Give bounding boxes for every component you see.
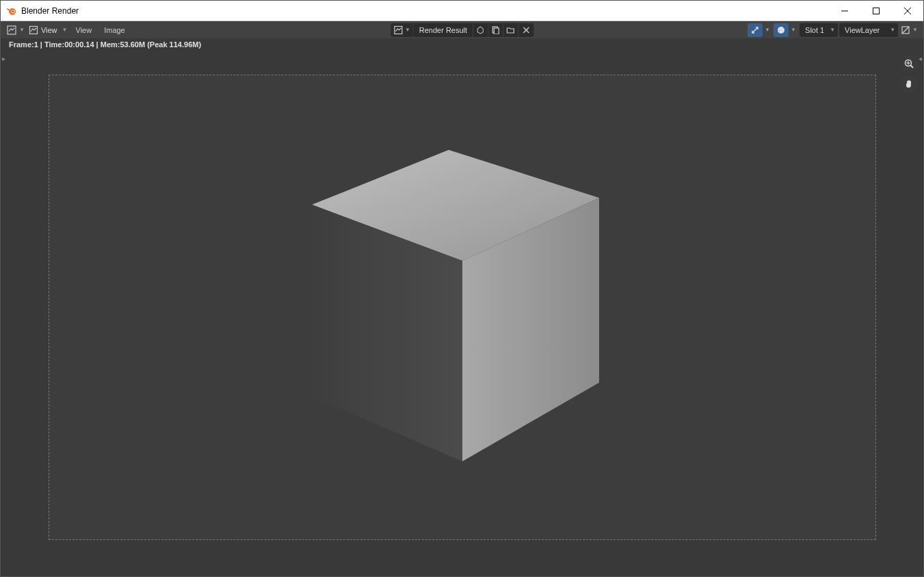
slot-label: Slot 1 xyxy=(805,26,824,34)
rendered-cube-image xyxy=(312,150,613,465)
display-channels-dropdown[interactable]: ▼ xyxy=(774,23,798,37)
svg-line-13 xyxy=(523,27,529,33)
header-left: ▼ View ▼ View Image xyxy=(1,21,131,38)
svg-point-0 xyxy=(9,8,16,15)
zoom-gizmo[interactable] xyxy=(900,55,918,73)
render-status-text: Frame:1 | Time:00:00.14 | Mem:53.60M (Pe… xyxy=(9,40,201,49)
svg-rect-9 xyxy=(394,26,401,34)
image-name-label: Render Result xyxy=(419,26,467,34)
image-editor-header: ▼ View ▼ View Image ▼ Render Resul xyxy=(1,21,923,38)
view2-label: View xyxy=(76,26,92,34)
svg-rect-15 xyxy=(902,27,909,34)
header-center: ▼ Render Result xyxy=(391,21,533,38)
titlebar-left: Blender Render xyxy=(6,5,79,16)
maximize-button[interactable] xyxy=(860,1,892,21)
image-label: Image xyxy=(104,26,125,34)
chevron-down-icon: ▼ xyxy=(830,27,835,33)
view-menu[interactable]: View ▼ xyxy=(27,23,69,37)
layer-label: ViewLayer xyxy=(845,26,880,34)
pivot-dropdown[interactable]: ▼ xyxy=(748,23,772,37)
render-status-bar: Frame:1 | Time:00:00.14 | Mem:53.60M (Pe… xyxy=(1,38,923,51)
chevron-down-icon: ▼ xyxy=(890,27,895,33)
svg-marker-23 xyxy=(312,205,462,461)
chevron-down-icon: ▼ xyxy=(789,23,798,37)
svg-line-16 xyxy=(902,27,909,34)
svg-line-18 xyxy=(911,66,914,68)
viewport-gizmos xyxy=(900,55,918,93)
image-selector-group: ▼ Render Result xyxy=(391,23,533,37)
image-name-field[interactable]: Render Result xyxy=(414,23,473,37)
svg-point-2 xyxy=(12,10,14,12)
svg-rect-11 xyxy=(494,28,499,34)
svg-line-5 xyxy=(904,8,911,14)
svg-line-12 xyxy=(523,27,529,33)
svg-rect-8 xyxy=(29,26,37,34)
render-output-frame xyxy=(49,75,876,540)
chevron-down-icon: ▼ xyxy=(19,27,25,33)
new-image-button[interactable] xyxy=(488,23,503,37)
svg-rect-7 xyxy=(8,26,16,34)
svg-point-14 xyxy=(778,27,784,34)
close-button[interactable] xyxy=(892,1,923,21)
svg-point-17 xyxy=(906,60,912,66)
window-controls xyxy=(829,1,923,21)
titlebar: Blender Render xyxy=(1,1,923,21)
chevron-down-icon: ▼ xyxy=(405,27,410,33)
chevron-down-icon: ▼ xyxy=(62,27,68,33)
minimize-button[interactable] xyxy=(829,1,860,21)
expand-toolbar-handle[interactable]: ▸ xyxy=(2,55,5,62)
header-right: ▼ ▼ Slot 1 ▼ ViewLayer ▼ ▼ xyxy=(748,21,923,38)
chevron-down-icon: ▼ xyxy=(763,23,772,37)
svg-marker-21 xyxy=(312,150,599,261)
pan-gizmo[interactable] xyxy=(900,75,918,93)
app-window: Blender Render ▼ View ▼ xyxy=(0,0,924,577)
layer-dropdown[interactable]: ViewLayer ▼ xyxy=(839,23,898,37)
image-viewport[interactable]: ▸ ◂ xyxy=(1,51,923,576)
svg-rect-10 xyxy=(493,27,498,33)
expand-sidebar-handle[interactable]: ◂ xyxy=(919,55,922,62)
view2-menu[interactable]: View xyxy=(70,22,98,38)
image-menu[interactable]: Image xyxy=(98,22,131,38)
fake-user-button[interactable] xyxy=(473,23,488,37)
svg-marker-22 xyxy=(462,198,599,461)
unlink-image-button[interactable] xyxy=(518,23,533,37)
chevron-down-icon: ▼ xyxy=(912,27,918,33)
pass-dropdown[interactable]: ▼ xyxy=(899,23,919,37)
svg-rect-4 xyxy=(873,8,880,14)
slot-dropdown[interactable]: Slot 1 ▼ xyxy=(800,23,838,37)
view-menu-label: View xyxy=(41,26,57,34)
svg-line-6 xyxy=(904,8,911,14)
editor-type-dropdown[interactable]: ▼ xyxy=(5,23,26,37)
blender-logo-icon xyxy=(6,5,17,16)
browse-image-button[interactable]: ▼ xyxy=(391,23,414,37)
open-image-button[interactable] xyxy=(503,23,518,37)
window-title: Blender Render xyxy=(21,6,79,16)
svg-point-1 xyxy=(12,10,14,12)
